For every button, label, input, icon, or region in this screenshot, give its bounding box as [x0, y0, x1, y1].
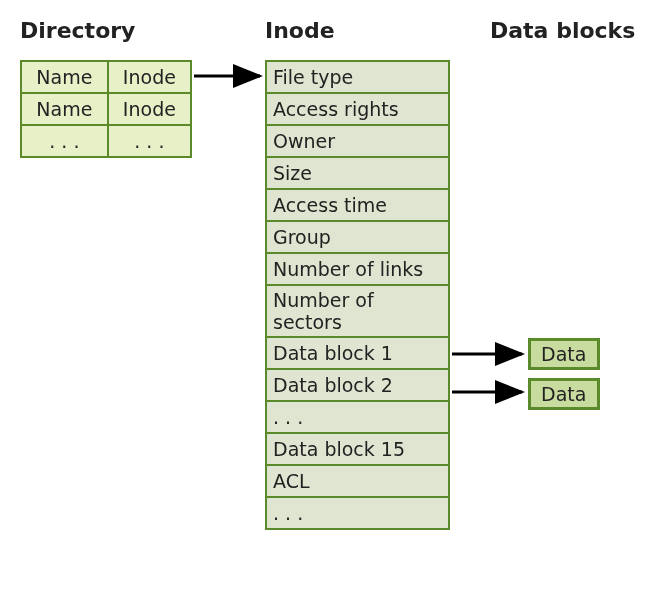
arrows-layer	[0, 0, 669, 601]
